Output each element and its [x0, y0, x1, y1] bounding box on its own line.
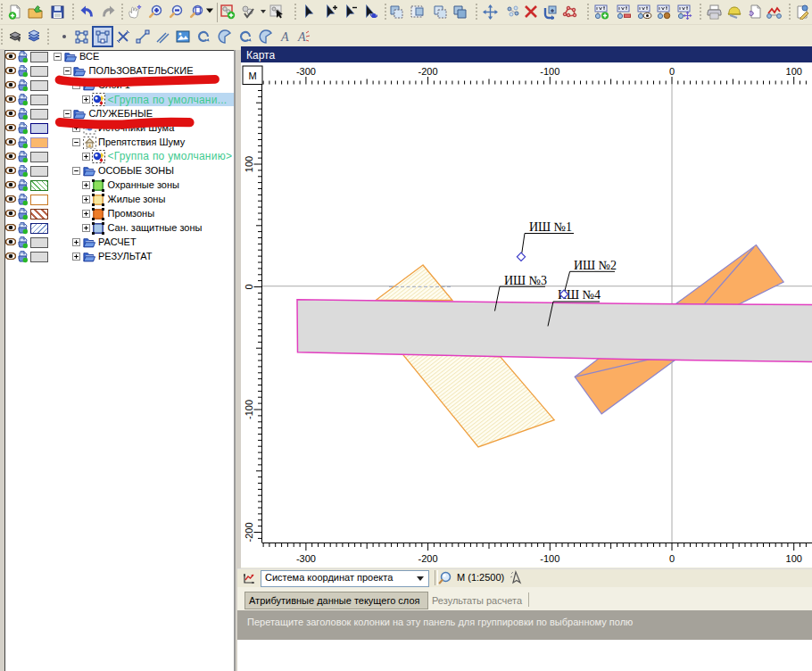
svg-text:0: 0 — [669, 66, 675, 77]
svg-text:-300: -300 — [296, 66, 316, 77]
svg-text:-200: -200 — [244, 522, 254, 542]
svg-text:ИШ №3: ИШ №3 — [504, 274, 547, 287]
svg-text:М: М — [248, 70, 256, 81]
svg-text:A: A — [297, 30, 306, 44]
svg-text:-200: -200 — [418, 66, 438, 77]
svg-text:-300: -300 — [296, 553, 316, 564]
svg-text:100: 100 — [244, 156, 254, 172]
svg-text:-100: -100 — [244, 400, 254, 419]
svg-text:100: 100 — [786, 553, 802, 564]
svg-text:-100: -100 — [540, 66, 559, 77]
svg-text:-100: -100 — [540, 553, 559, 564]
svg-text:100: 100 — [786, 66, 802, 77]
svg-text:ИШ №2: ИШ №2 — [574, 259, 617, 272]
svg-text:0: 0 — [669, 553, 675, 564]
svg-text:A: A — [280, 30, 289, 44]
svg-text:0: 0 — [244, 284, 254, 289]
svg-text:ИШ №1: ИШ №1 — [529, 220, 572, 234]
svg-text:-200: -200 — [418, 553, 438, 564]
